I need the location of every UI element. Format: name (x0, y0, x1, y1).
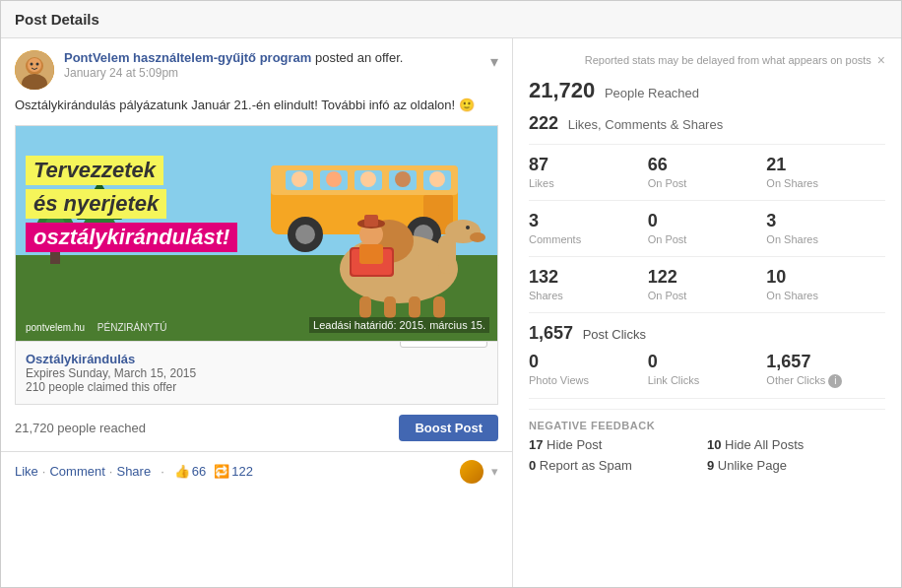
shares-stat-row: 132 Shares 122 On Post 10 On Shares (529, 267, 885, 313)
svg-point-28 (429, 171, 445, 187)
right-panel: Reported stats may be delayed from what … (513, 38, 901, 587)
shares-on-post-cell: 122 On Post (648, 267, 767, 302)
close-notice-button[interactable]: × (877, 52, 885, 68)
likes-on-post-cell: 66 On Post (648, 155, 767, 190)
svg-rect-38 (433, 296, 445, 318)
svg-point-24 (291, 171, 307, 187)
svg-point-27 (395, 171, 411, 187)
hide-all-posts-cell: 10 Hide All Posts (707, 437, 885, 452)
left-panel: PontVelem használtelem-gyűjtő program po… (1, 38, 513, 587)
engagement-stat: 222 Likes, Comments & Shares (529, 113, 885, 145)
more-reactions-icon[interactable]: ▾ (491, 464, 498, 479)
svg-point-5 (36, 63, 39, 66)
post-meta: PontVelem használtelem-gyűjtő program po… (64, 50, 498, 80)
shares-total-cell: 132 Shares (529, 267, 648, 302)
share-count: 122 (231, 464, 253, 479)
post-actions-bar: Like · Comment · Share · 👍 66 🔁 122 ▾ (1, 451, 512, 491)
neg-row-2: 0 Report as Spam 9 Unlike Page (529, 458, 885, 473)
post-header: PontVelem használtelem-gyűjtő program po… (1, 38, 512, 96)
post-image-background: Tervezzetek és nyerjetek osztálykirándul… (16, 126, 497, 341)
svg-point-26 (360, 171, 376, 187)
svg-rect-42 (359, 244, 383, 264)
modal: Post Details PontV (0, 0, 902, 588)
post-image: Tervezzetek és nyerjetek osztálykirándul… (15, 125, 498, 342)
hide-post-cell: 17 Hide Post (529, 437, 707, 452)
like-action[interactable]: Like (15, 464, 38, 479)
link-clicks-cell: 0 Link Clicks (648, 352, 767, 388)
svg-rect-35 (359, 296, 371, 318)
engagement-label: Likes, Comments & Shares (568, 117, 724, 132)
modal-title: Post Details (15, 11, 99, 28)
stats-notice: Reported stats may be delayed from what … (529, 52, 885, 68)
post-footer: 21,720 people reached Boost Post (1, 405, 512, 451)
reach-label: People Reached (605, 86, 699, 100)
post-clicks-section: 1,657 Post Clicks (529, 323, 885, 344)
neg-row-1: 17 Hide Post 10 Hide All Posts (529, 437, 885, 452)
like-count: 66 (192, 464, 206, 479)
modal-header: Post Details (1, 1, 901, 38)
overlay-line-1: Tervezzetek (26, 156, 163, 185)
svg-point-34 (466, 226, 470, 229)
unlike-page-cell: 9 Unlike Page (707, 458, 885, 473)
post-author: PontVelem használtelem-gyűjtő program (64, 50, 311, 65)
post-clicks-number: 1,657 (529, 323, 573, 343)
svg-point-4 (31, 63, 33, 66)
offer-section: ✉ Get Offer Osztálykirándulás Expires Su… (15, 342, 498, 405)
post-action: posted an offer. (311, 50, 403, 65)
svg-point-25 (326, 171, 342, 187)
post-time: January 24 at 5:09pm (64, 66, 178, 80)
comments-on-shares-cell: 3 On Shares (766, 211, 885, 246)
share-action[interactable]: Share (116, 464, 151, 479)
comment-action[interactable]: Comment (49, 464, 104, 479)
likes-stat-row: 87 Likes 66 On Post 21 On Shares (529, 155, 885, 201)
likes-total-cell: 87 Likes (529, 155, 648, 190)
boost-post-button[interactable]: Boost Post (399, 415, 498, 441)
overlay-line-3: osztálykirándulást! (26, 223, 237, 252)
svg-rect-37 (409, 296, 420, 318)
deadline-text: Leadási határidő: 2015. március 15. (309, 317, 489, 333)
reach-number: 21,720 (529, 78, 595, 102)
post-image-text-overlay: Tervezzetek és nyerjetek osztálykirándul… (26, 156, 237, 252)
avatar (15, 50, 54, 90)
svg-rect-36 (384, 296, 396, 318)
comments-stat-row: 3 Comments 0 On Post 3 On Shares (529, 211, 885, 257)
offer-expires: Expires Sunday, March 15, 2015 (26, 366, 487, 380)
comments-on-post-cell: 0 On Post (648, 211, 767, 246)
post-body-text: Osztálykirándulás pályázatunk Január 21.… (1, 96, 512, 125)
overlay-line-2: és nyerjetek (26, 189, 166, 219)
likes-on-shares-cell: 21 On Shares (766, 155, 885, 190)
post-clicks-label: Post Clicks (583, 327, 646, 342)
people-reached-footer: 21,720 people reached (15, 421, 146, 435)
post-chevron-icon[interactable]: ▾ (490, 52, 498, 71)
photo-views-cell: 0 Photo Views (529, 352, 648, 388)
people-reached-stat: 21,720 People Reached (529, 78, 885, 103)
report-spam-cell: 0 Report as Spam (529, 458, 707, 473)
svg-point-33 (470, 232, 485, 242)
modal-body: PontVelem használtelem-gyűjtő program po… (1, 38, 901, 587)
neg-feedback-header: NEGATIVE FEEDBACK (529, 409, 885, 431)
offer-claimed: 210 people claimed this offer (26, 380, 487, 394)
offer-title: Osztálykirándulás (26, 352, 487, 366)
svg-rect-44 (364, 215, 378, 227)
other-clicks-cell: 1,657 Other Clicks i (766, 352, 885, 388)
clicks-stat-row: 0 Photo Views 0 Link Clicks 1,657 Other … (529, 352, 885, 399)
profile-thumbnail (460, 460, 483, 484)
reaction-icons: ▾ (460, 460, 498, 484)
camel-illustration (290, 190, 487, 321)
logo-text: pontvelem.hu PÉNZIRÁNYTÚ (26, 322, 166, 333)
engagement-number: 222 (529, 113, 558, 133)
other-clicks-info-icon[interactable]: i (828, 374, 842, 388)
shares-on-shares-cell: 10 On Shares (766, 267, 885, 302)
comments-total-cell: 3 Comments (529, 211, 648, 246)
